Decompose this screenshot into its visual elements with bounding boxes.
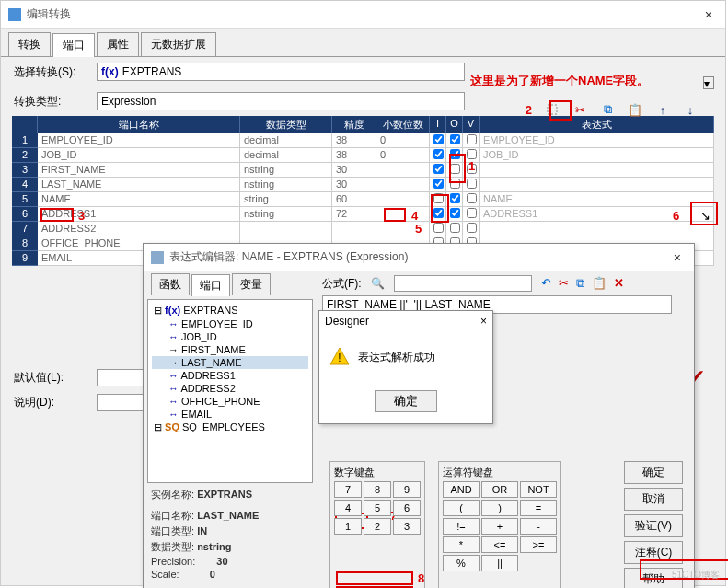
expr-edit-arrow-icon[interactable]: ↘ (700, 209, 711, 223)
expr-editor-window: 表达式编辑器: NAME - EXPTRANS (Expression) × 函… (143, 243, 695, 588)
table-row[interactable]: 7 ADDRESS2 (12, 222, 714, 236)
numkey[interactable]: 8 (364, 481, 391, 498)
tab-metadata[interactable]: 元数据扩展 (141, 32, 216, 56)
close-icon[interactable]: × (699, 7, 718, 22)
cb-o[interactable] (450, 223, 460, 233)
info-dtype: nstring (197, 541, 231, 552)
cb-v[interactable] (467, 134, 477, 144)
opkey[interactable]: + (481, 518, 518, 535)
tree-item[interactable]: EMPLOYEE_ID (181, 318, 253, 329)
subtab-funcs[interactable]: 函数 (151, 273, 190, 295)
table-row[interactable]: 4 LAST_NAME nstring 30 (12, 178, 714, 192)
numkey[interactable]: 6 (393, 500, 421, 516)
cb-o[interactable] (450, 149, 460, 159)
opkey[interactable]: != (443, 518, 480, 535)
cut2-icon[interactable]: ✂ (559, 276, 569, 291)
dlg-ok-button[interactable]: 确定 (375, 390, 437, 412)
cb-i[interactable] (433, 223, 444, 233)
cb-o[interactable] (450, 134, 460, 144)
opkey[interactable]: ( (443, 500, 480, 516)
note-top: 这里是为了新增一个NAME字段。 (470, 73, 649, 89)
tree-item[interactable]: ADDRESS2 (180, 383, 235, 394)
cb-i[interactable] (433, 193, 444, 203)
opkey[interactable]: NOT (520, 481, 557, 498)
copy2-icon[interactable]: ⧉ (576, 276, 584, 291)
tab-props[interactable]: 属性 (97, 32, 139, 56)
select-trans-field[interactable]: f(x) EXPTRANS (97, 63, 465, 81)
cb-i[interactable] (433, 208, 444, 218)
comment-button[interactable]: 注释(C) (624, 541, 683, 564)
numkey[interactable]: 5 (364, 500, 391, 516)
cb-i[interactable] (433, 179, 444, 189)
subtab-ports[interactable]: 端口 (191, 274, 230, 296)
numkey[interactable]: 4 (334, 500, 362, 516)
oppad-title: 运算符键盘 (443, 466, 557, 479)
tree-item-first-name[interactable]: FIRST_NAME (181, 344, 246, 355)
cb-v[interactable] (467, 149, 477, 159)
paste2-icon[interactable]: 📋 (592, 276, 607, 291)
move-down-icon[interactable]: ↓ (683, 102, 698, 117)
dropdown-arrow[interactable]: ▾ (703, 76, 714, 89)
ok-button[interactable]: 确定 (624, 461, 683, 484)
add-port-icon[interactable] (545, 102, 560, 117)
cut-icon[interactable]: ✂ (572, 102, 587, 117)
tree-item-last-name[interactable]: LAST_NAME (181, 357, 241, 368)
table-row[interactable]: 3 FIRST_NAME nstring 30 (12, 163, 714, 178)
opkey[interactable]: ) (481, 500, 518, 516)
cb-o[interactable] (450, 179, 460, 189)
hdr-name: 端口名称 (38, 116, 240, 133)
validate-button[interactable]: 验证(V) (624, 514, 683, 537)
tree-root-sq[interactable]: SQ_EMPLOYEES (182, 421, 265, 432)
cb-i[interactable] (433, 134, 444, 144)
info-inst-label: 实例名称: (151, 489, 194, 500)
tab-transform[interactable]: 转换 (8, 32, 51, 56)
cb-v[interactable] (467, 179, 477, 189)
expr-close-icon[interactable]: × (668, 250, 687, 265)
tree-item[interactable]: OFFICE_PHONE (181, 396, 260, 407)
cb-o[interactable] (450, 193, 460, 203)
tree-item[interactable]: EMAIL (181, 409, 212, 420)
delete-icon[interactable]: ✕ (614, 276, 624, 291)
numkey[interactable]: 9 (393, 481, 421, 498)
table-row[interactable]: 2 JOB_ID decimal 38 0 JOB_ID (12, 148, 714, 163)
opkey[interactable]: - (520, 518, 557, 535)
opkey[interactable]: <= (481, 536, 518, 553)
opkey[interactable]: || (481, 555, 518, 571)
table-row[interactable]: 6 ADDRESS1 nstring 72 ADDRESS1 (12, 207, 714, 222)
opkey[interactable]: = (520, 500, 557, 516)
cb-i[interactable] (433, 149, 444, 159)
opkey[interactable]: * (443, 536, 480, 553)
numkey[interactable]: 2 (364, 518, 391, 535)
tree-item[interactable]: ADDRESS1 (180, 370, 235, 381)
numkey[interactable]: 7 (334, 481, 362, 498)
info-dtype-label: 数据类型: (151, 541, 194, 552)
cb-v[interactable] (467, 223, 477, 233)
label-trans-type: 转换类型: (14, 94, 97, 110)
opkey[interactable]: >= (520, 536, 557, 553)
tree-root-exptrans[interactable]: EXPTRANS (183, 305, 237, 316)
help-button[interactable]: 帮助 (624, 568, 683, 588)
cb-o[interactable] (450, 208, 460, 218)
cb-v[interactable] (467, 208, 477, 218)
dlg-close-icon[interactable]: × (480, 315, 487, 328)
cancel-button[interactable]: 取消 (624, 488, 683, 511)
numkey[interactable]: 3 (393, 518, 421, 535)
tab-ports[interactable]: 端口 (52, 33, 95, 57)
numkey[interactable]: 1 (334, 518, 362, 535)
undo-icon[interactable]: ↶ (541, 276, 551, 291)
cb-v[interactable] (467, 193, 477, 203)
copy-icon[interactable]: ⧉ (600, 102, 615, 117)
cb-i[interactable] (433, 164, 444, 174)
cb-o[interactable] (450, 164, 460, 174)
subtab-vars[interactable]: 变量 (232, 273, 271, 295)
tree-item[interactable]: JOB_ID (181, 331, 217, 342)
table-row[interactable]: 5 NAME string 60 NAME (12, 192, 714, 207)
paste-icon[interactable]: 📋 (628, 102, 642, 117)
move-up-icon[interactable]: ↑ (655, 102, 670, 117)
opkey[interactable]: AND (443, 481, 480, 498)
opkey[interactable]: % (443, 555, 480, 571)
opkey[interactable]: OR (481, 481, 518, 498)
table-row[interactable]: 1 EMPLOYEE_ID decimal 38 0 EMPLOYEE_ID (12, 133, 714, 148)
binoculars-icon[interactable]: 🔍 (371, 277, 385, 290)
formula-dropdown[interactable] (394, 275, 532, 292)
